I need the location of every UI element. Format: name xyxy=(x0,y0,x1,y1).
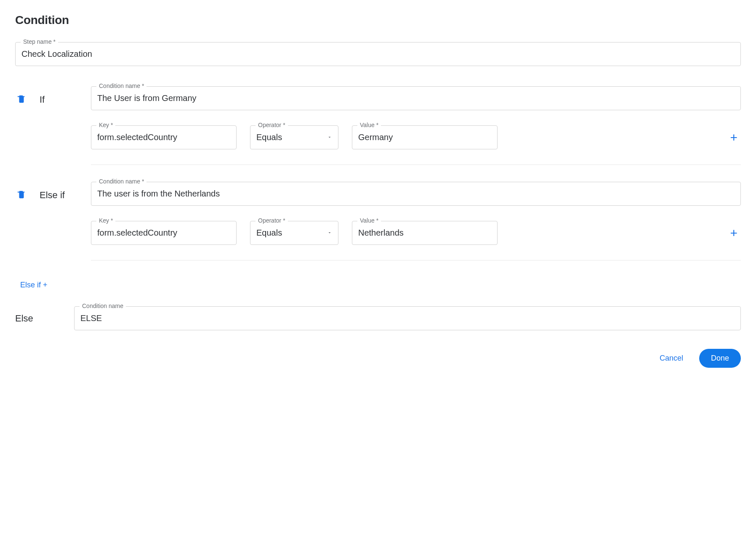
if-key-input[interactable] xyxy=(91,126,236,149)
plus-icon: + xyxy=(730,226,737,240)
elseif-operator-select[interactable]: Equals xyxy=(250,221,338,244)
elseif-operator-wrapper: Operator * Equals xyxy=(250,221,338,245)
trash-icon xyxy=(17,94,26,105)
step-name-input[interactable] xyxy=(16,42,740,66)
if-rule-row: Key * Operator * Equals Value * + xyxy=(91,125,741,149)
if-value-wrapper: Value * xyxy=(352,125,498,149)
trash-icon xyxy=(17,189,26,201)
else-branch-label: Else xyxy=(15,313,33,324)
if-condition-name-label: Condition name * xyxy=(96,82,146,90)
if-branch-block: If Condition name * Key * Operator * Equ… xyxy=(15,86,741,149)
elseif-key-label: Key * xyxy=(96,217,115,224)
elseif-branch-block: Else if Condition name * Key * Operator … xyxy=(15,182,741,245)
else-condition-name-wrapper: Condition name xyxy=(74,306,741,330)
elseif-branch-label: Else if xyxy=(40,190,65,201)
dialog-title: Condition xyxy=(15,13,741,27)
if-key-wrapper: Key * xyxy=(91,125,237,149)
add-elseif-rule-button[interactable]: + xyxy=(727,225,741,241)
elseif-condition-name-input[interactable] xyxy=(91,182,740,205)
delete-if-branch-button[interactable] xyxy=(15,92,28,107)
if-value-label: Value * xyxy=(357,122,381,129)
step-name-field-wrapper: Step name * xyxy=(15,42,741,66)
elseif-rule-row: Key * Operator * Equals Value * + xyxy=(91,221,741,245)
if-condition-name-input[interactable] xyxy=(91,87,740,110)
else-condition-name-label: Condition name xyxy=(80,303,126,310)
branch-divider xyxy=(91,165,741,165)
if-branch-label: If xyxy=(40,94,45,105)
if-condition-name-wrapper: Condition name * xyxy=(91,86,741,110)
elseif-condition-name-label: Condition name * xyxy=(96,178,146,185)
if-key-label: Key * xyxy=(96,122,115,129)
branch-divider xyxy=(91,260,741,260)
dialog-footer: Cancel Done xyxy=(15,349,741,368)
delete-elseif-branch-button[interactable] xyxy=(15,188,28,202)
add-if-rule-button[interactable]: + xyxy=(727,130,741,146)
else-condition-name-input[interactable] xyxy=(75,307,740,330)
elseif-value-wrapper: Value * xyxy=(352,221,498,245)
elseif-value-label: Value * xyxy=(357,217,381,224)
elseif-key-input[interactable] xyxy=(91,221,236,244)
add-elseif-branch-button[interactable]: Else if + xyxy=(20,281,48,289)
done-button[interactable]: Done xyxy=(699,349,741,368)
cancel-button[interactable]: Cancel xyxy=(654,350,689,367)
if-operator-wrapper: Operator * Equals xyxy=(250,125,338,149)
if-operator-label: Operator * xyxy=(256,122,288,129)
if-operator-select[interactable]: Equals xyxy=(250,126,338,149)
elseif-operator-label: Operator * xyxy=(256,217,288,224)
elseif-key-wrapper: Key * xyxy=(91,221,237,245)
step-name-label: Step name * xyxy=(21,38,58,45)
else-branch-block: Else Condition name xyxy=(15,306,741,330)
if-value-input[interactable] xyxy=(352,126,497,149)
elseif-value-input[interactable] xyxy=(352,221,497,244)
plus-icon: + xyxy=(730,130,737,144)
elseif-condition-name-wrapper: Condition name * xyxy=(91,182,741,206)
